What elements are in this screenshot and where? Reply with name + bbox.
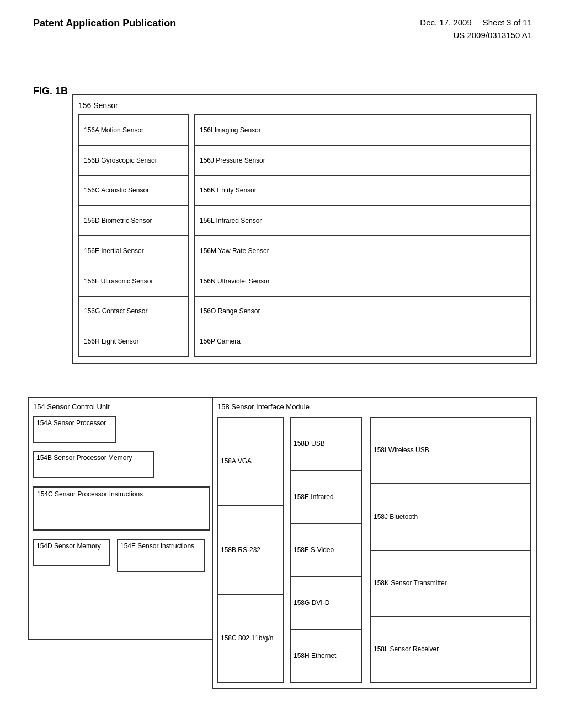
list-item: 156D Biometric Sensor xyxy=(79,206,188,236)
list-item: 158F S-Video xyxy=(290,523,362,576)
list-item: 156B Gyroscopic Sensor xyxy=(79,146,188,176)
list-item: 156J Pressure Sensor xyxy=(195,146,530,176)
sensor-156-label: 156 Sensor xyxy=(78,100,118,110)
scu-label: 154 Sensor Control Unit xyxy=(33,403,110,412)
figure-label: FIG. 1B xyxy=(33,85,68,97)
sim-right-col: 158I Wireless USB 158J Bluetooth 158K Se… xyxy=(370,417,531,683)
list-item: 158D USB xyxy=(290,417,362,470)
patent-number: US 2009/0313150 A1 xyxy=(453,29,532,42)
header-meta: Dec. 17, 2009 Sheet 3 of 11 US 2009/0313… xyxy=(420,17,532,41)
list-item: 156G Contact Sensor xyxy=(79,297,188,327)
sheet-info: Sheet 3 of 11 xyxy=(483,17,532,29)
list-item: 158G DVI-D xyxy=(290,577,362,630)
list-item: 156M Yaw Rate Sensor xyxy=(195,236,530,266)
left-sensors-column: 156A Motion Sensor 156B Gyroscopic Senso… xyxy=(78,114,189,357)
list-item: 158H Ethernet xyxy=(290,630,362,683)
list-item: 158A VGA xyxy=(217,417,284,506)
scu-item-c-label: 154C Sensor Processor Instructions xyxy=(37,490,143,499)
list-item: 158E Infrared xyxy=(290,470,362,523)
scu-item-c-outer: 154C Sensor Processor Instructions xyxy=(33,486,210,531)
scu-item-d: 154D Sensor Memory xyxy=(33,539,110,566)
list-item: 158C 802.11b/g/n xyxy=(217,595,284,683)
list-item: 156P Camera xyxy=(195,326,530,356)
bottom-diagram: 154 Sensor Control Unit 154A Sensor Proc… xyxy=(28,397,537,706)
date-sheet-line: Dec. 17, 2009 Sheet 3 of 11 xyxy=(420,17,532,29)
list-item: 156F Ultrasonic Sensor xyxy=(79,266,188,297)
list-item: 156A Motion Sensor xyxy=(79,115,188,146)
list-item: 158B RS-232 xyxy=(217,506,284,594)
list-item: 156C Acoustic Sensor xyxy=(79,176,188,206)
sim-outer-box: 158 Sensor Interface Module 158A VGA 158… xyxy=(212,397,537,689)
publication-title: Patent Application Publication xyxy=(33,17,176,30)
scu-outer-box: 154 Sensor Control Unit 154A Sensor Proc… xyxy=(28,397,215,640)
right-sensors-column: 156I Imaging Sensor 156J Pressure Sensor… xyxy=(194,114,531,357)
sim-label: 158 Sensor Interface Module xyxy=(217,403,310,412)
list-item: 156E Inertial Sensor xyxy=(79,236,188,266)
list-item: 156L Infrared Sensor xyxy=(195,206,530,236)
sensor-156-outer-box: 156 Sensor 156A Motion Sensor 156B Gyros… xyxy=(72,94,537,364)
list-item: 156H Light Sensor xyxy=(79,326,188,356)
list-item: 158K Sensor Transmitter xyxy=(370,550,531,617)
sim-mid-col: 158D USB 158E Infrared 158F S-Video 158G… xyxy=(290,417,362,683)
list-item: 156O Range Sensor xyxy=(195,297,530,327)
list-item: 156N Ultraviolet Sensor xyxy=(195,266,530,297)
list-item: 158I Wireless USB xyxy=(370,417,531,484)
list-item: 156K Entity Sensor xyxy=(195,176,530,206)
scu-item-b: 154B Sensor Processor Memory xyxy=(33,451,154,478)
page-header: Patent Application Publication Dec. 17, … xyxy=(0,0,565,47)
list-item: 156I Imaging Sensor xyxy=(195,115,530,146)
sim-left-col: 158A VGA 158B RS-232 158C 802.11b/g/n xyxy=(217,417,284,683)
scu-item-a: 154A Sensor Processor xyxy=(33,416,116,443)
list-item: 158J Bluetooth xyxy=(370,484,531,550)
pub-date: Dec. 17, 2009 xyxy=(420,17,471,29)
list-item: 158L Sensor Receiver xyxy=(370,617,531,683)
scu-item-e: 154E Sensor Instructions xyxy=(117,539,205,572)
top-diagram: 156 Sensor 156A Motion Sensor 156B Gyros… xyxy=(72,94,537,370)
